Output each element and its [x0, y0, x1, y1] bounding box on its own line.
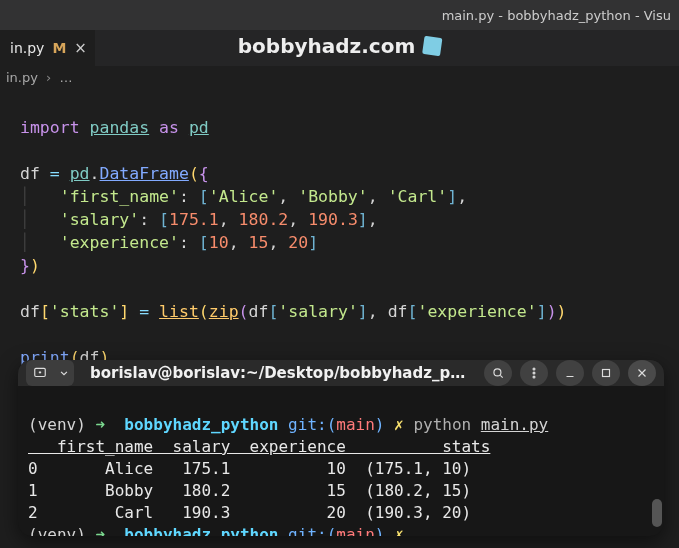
maximize-icon	[599, 366, 613, 380]
git-label: git:(	[288, 525, 336, 536]
breadcrumb-rest: …	[59, 70, 72, 85]
str: 'Bobby'	[298, 187, 368, 206]
str: 'Alice'	[209, 187, 279, 206]
fn-zip: zip	[209, 302, 239, 321]
table-row: 2 Carl 190.3 20 (190.3, 20)	[28, 503, 471, 522]
svg-point-4	[533, 376, 535, 378]
search-button[interactable]	[484, 360, 512, 386]
code-editor[interactable]: import pandas as pd df = pd.DataFrame({ …	[0, 89, 679, 373]
num: 175.1	[169, 210, 219, 229]
terminal-scrollbar[interactable]	[652, 404, 662, 532]
table-row: 0 Alice 175.1 10 (175.1, 10)	[28, 459, 471, 478]
svg-point-1	[494, 369, 501, 376]
dict-key: 'salary'	[60, 210, 139, 229]
breadcrumb-file: in.py	[6, 70, 38, 85]
new-tab-menu-button[interactable]	[54, 360, 74, 386]
editor-tab-mainpy[interactable]: in.py M ×	[0, 30, 95, 66]
git-close: )	[375, 525, 385, 536]
cube-icon	[422, 36, 442, 56]
maximize-button[interactable]	[592, 360, 620, 386]
dot: .	[90, 164, 100, 183]
num: 15	[249, 233, 269, 252]
close-icon[interactable]: ×	[74, 39, 87, 57]
cmd-python: python	[413, 415, 471, 434]
minimize-icon	[563, 366, 577, 380]
terminal-titlebar: borislav@borislav:~/Desktop/bobbyhadz_py…	[18, 360, 664, 386]
plus-icon	[33, 366, 47, 380]
git-branch: main	[336, 415, 375, 434]
cmd-file: main.py	[481, 415, 548, 434]
new-tab-button[interactable]	[26, 360, 54, 386]
terminal-window: borislav@borislav:~/Desktop/bobbyhadz_py…	[18, 360, 664, 536]
op-eq: =	[40, 164, 70, 183]
brace: {	[199, 164, 209, 183]
fn-list: list	[159, 302, 199, 321]
prompt-dir: bobbyhadz_python	[124, 525, 278, 536]
kebab-icon	[527, 366, 541, 380]
svg-rect-5	[603, 370, 610, 377]
watermark: bobbyhadz.com	[238, 34, 441, 58]
minimize-button[interactable]	[556, 360, 584, 386]
var-df: df	[20, 164, 40, 183]
breadcrumb[interactable]: in.py › …	[0, 66, 679, 89]
dirty-icon: ✗	[394, 525, 404, 536]
dirty-icon: ✗	[394, 415, 404, 434]
str: 'experience'	[417, 302, 536, 321]
num: 180.2	[239, 210, 289, 229]
editor-tab-row: in.py M × bobbyhadz.com	[0, 30, 679, 66]
venv-label: (venv)	[28, 415, 86, 434]
git-branch: main	[336, 525, 375, 536]
ref-pd: pd	[70, 164, 90, 183]
alias-pd: pd	[189, 118, 209, 137]
num: 10	[209, 233, 229, 252]
prompt-dir: bobbyhadz_python	[124, 415, 278, 434]
str: 'stats'	[50, 302, 120, 321]
prompt-arrow-icon: ➜	[95, 525, 105, 536]
venv-label: (venv)	[28, 525, 86, 536]
git-label: git:(	[288, 415, 336, 434]
search-icon	[491, 366, 505, 380]
menu-button[interactable]	[520, 360, 548, 386]
git-close: )	[375, 415, 385, 434]
chevron-down-icon	[57, 366, 71, 380]
svg-point-2	[533, 368, 535, 370]
module-pandas: pandas	[90, 118, 150, 137]
window-titlebar: main.py - bobbyhadz_python - Visu	[0, 0, 679, 30]
terminal-body[interactable]: (venv) ➜ bobbyhadz_python git:(main) ✗ p…	[18, 386, 664, 536]
str: 'Carl'	[388, 187, 448, 206]
watermark-text: bobbyhadz.com	[238, 34, 415, 58]
paren: (	[189, 164, 199, 183]
fn-dataframe: DataFrame	[100, 164, 189, 183]
dict-key: 'experience'	[60, 233, 179, 252]
dict-key: 'first_name'	[60, 187, 179, 206]
str: 'salary'	[278, 302, 357, 321]
table-header: first_name salary experience stats	[28, 437, 490, 456]
tab-filename: in.py	[10, 40, 44, 56]
terminal-title: borislav@borislav:~/Desktop/bobbyhadz_py…	[82, 364, 476, 382]
num: 190.3	[308, 210, 358, 229]
scrollbar-thumb[interactable]	[652, 499, 662, 527]
close-icon	[635, 366, 649, 380]
table-row: 1 Bobby 180.2 15 (180.2, 15)	[28, 481, 471, 500]
keyword-as: as	[159, 118, 179, 137]
prompt-arrow-icon: ➜	[95, 415, 105, 434]
chevron-right-icon: ›	[46, 70, 51, 85]
num: 20	[288, 233, 308, 252]
svg-point-3	[533, 372, 535, 374]
keyword-import: import	[20, 118, 80, 137]
tab-modified-badge: M	[52, 40, 66, 56]
window-title: main.py - bobbyhadz_python - Visu	[442, 8, 671, 23]
close-button[interactable]	[628, 360, 656, 386]
